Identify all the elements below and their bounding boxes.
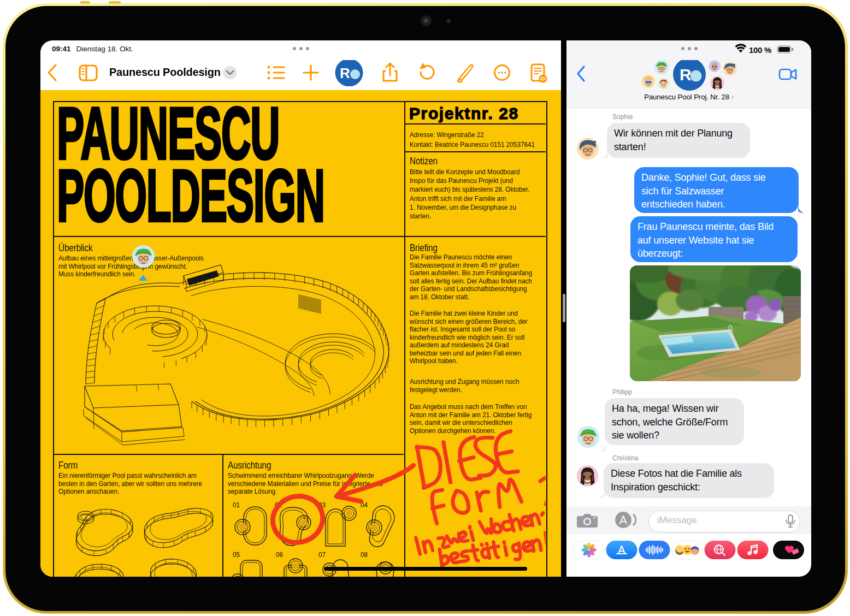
svg-text:100 %: 100 % <box>749 45 771 55</box>
svg-text:R: R <box>340 65 350 81</box>
svg-text:R: R <box>680 66 692 84</box>
